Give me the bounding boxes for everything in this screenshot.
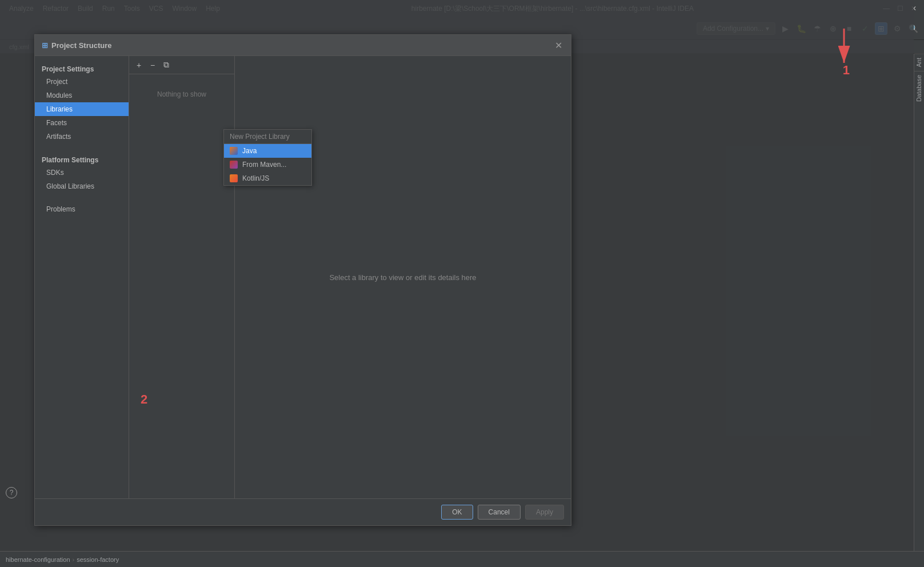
nav-item-libraries[interactable]: Libraries xyxy=(35,102,129,116)
dropdown-item-from-maven[interactable]: From Maven... xyxy=(224,158,311,171)
project-settings-section-title: Project Settings xyxy=(35,62,129,75)
dialog-overlay: ⊞ Project Structure ✕ Project Settings P… xyxy=(0,0,914,567)
right-side-panels: Ant Database xyxy=(914,54,924,551)
new-library-dropdown: New Project Library Java From Maven... K… xyxy=(223,129,312,186)
dropdown-header: New Project Library xyxy=(224,130,311,144)
nav-item-artifacts[interactable]: Artifacts xyxy=(35,130,129,143)
libraries-list: Nothing to show xyxy=(129,74,234,498)
nav-item-problems[interactable]: Problems xyxy=(35,202,129,216)
nothing-to-show-label: Nothing to show xyxy=(134,90,230,98)
nav-item-facets[interactable]: Facets xyxy=(35,116,129,130)
cancel-button[interactable]: Cancel xyxy=(478,505,521,520)
dropdown-item-java[interactable]: Java xyxy=(224,144,311,158)
breadcrumb-item-1: hibernate-configuration xyxy=(6,556,70,563)
add-library-button[interactable]: + xyxy=(133,59,145,71)
left-navigation: Project Settings Project Modules Librari… xyxy=(35,56,129,498)
nav-item-project[interactable]: Project xyxy=(35,75,129,89)
ok-button[interactable]: OK xyxy=(441,505,473,520)
kotlin-icon xyxy=(230,174,238,182)
remove-library-button[interactable]: − xyxy=(146,59,159,71)
library-detail-hint: Select a library to view or edit its det… xyxy=(329,273,476,282)
dialog-title: ⊞ Project Structure xyxy=(42,41,111,50)
nav-item-sdks[interactable]: SDKs xyxy=(35,166,129,179)
ant-panel-label[interactable]: Ant xyxy=(914,54,924,71)
dialog-header: ⊞ Project Structure ✕ xyxy=(35,35,571,56)
panel-toolbar: + − ⧉ xyxy=(129,56,234,74)
breadcrumb-separator: › xyxy=(73,556,75,563)
nav-item-global-libraries[interactable]: Global Libraries xyxy=(35,179,129,193)
database-panel-label[interactable]: Database xyxy=(914,71,924,105)
libraries-list-panel: + − ⧉ New Project Library Java From Mave… xyxy=(129,56,235,498)
dropdown-item-kotlin-js[interactable]: Kotlin/JS xyxy=(224,171,311,185)
java-icon xyxy=(230,147,238,155)
dialog-footer: OK Cancel Apply xyxy=(35,498,571,525)
library-detail-panel: Select a library to view or edit its det… xyxy=(235,56,571,498)
status-bar: hibernate-configuration › session-factor… xyxy=(0,551,924,567)
dialog-close-button[interactable]: ✕ xyxy=(553,39,564,51)
copy-library-button[interactable]: ⧉ xyxy=(160,59,173,71)
maven-icon xyxy=(230,161,238,169)
breadcrumb: hibernate-configuration › session-factor… xyxy=(6,556,119,563)
breadcrumb-item-2: session-factory xyxy=(77,556,119,563)
nav-item-modules[interactable]: Modules xyxy=(35,89,129,102)
project-structure-dialog: ⊞ Project Structure ✕ Project Settings P… xyxy=(34,34,571,526)
platform-settings-section-title: Platform Settings xyxy=(35,153,129,166)
dialog-body: Project Settings Project Modules Librari… xyxy=(35,56,571,498)
apply-button[interactable]: Apply xyxy=(525,505,564,520)
